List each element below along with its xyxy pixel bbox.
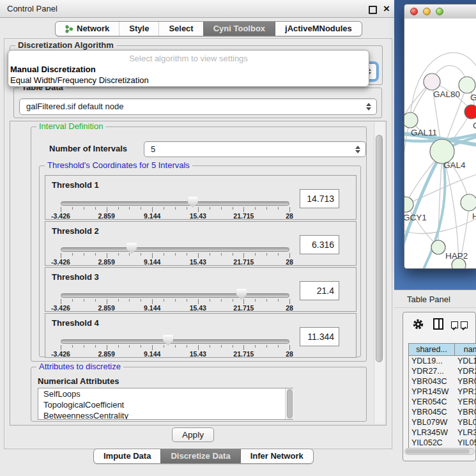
interval-definition-group: Interval Definition Number of Intervals … [31,127,367,362]
control-panel: Control Panel × NetworkStyleSelectCyni T… [0,0,395,476]
algorithm-option[interactable]: Equal Width/Frequency Discretization [8,75,369,86]
threshold-label: Threshold 4 [52,318,99,328]
table-data-select[interactable]: galFiltered.sif default node [19,98,377,115]
table-cell: YDR27... [409,366,455,376]
table-cell: YLR345W [409,427,455,438]
network-node-node-red[interactable] [464,105,476,119]
table-cell: YDL19... [409,356,455,366]
threshold-value-field[interactable]: 21.4 [300,281,339,300]
attribute-list-item[interactable]: TopologicalCoefficient [38,399,293,410]
network-node-GAL80[interactable] [424,73,440,90]
table-row[interactable]: YLR345WYLR345W [409,427,476,438]
attribute-list-item[interactable]: BetweennessCentrality [38,410,293,420]
gear-icon[interactable] [412,318,424,330]
slider-track[interactable] [61,247,289,252]
table-row[interactable]: YBR043CYBR043C [409,376,476,387]
table-row[interactable]: YDL19...YDL19 [409,356,476,366]
checkbox-icon[interactable] [461,321,468,328]
attribute-list-item[interactable]: SelfLoops [38,388,293,399]
number-of-intervals-select[interactable]: 5 [144,141,366,157]
tab-network[interactable]: Network [56,22,119,36]
top-tab-bar: NetworkStyleSelectCyni ToolboxjActiveMNo… [55,21,362,36]
network-node-label: GA [470,93,476,102]
table-header-cell[interactable]: name [455,343,476,356]
slider-track[interactable] [61,293,289,298]
table-row[interactable]: YBR045CYBR045C [409,407,476,417]
network-node-node-top-right[interactable] [459,77,475,93]
table-cell: YDR27 [455,366,476,376]
network-node-HAP2[interactable] [431,240,445,254]
threshold-value-field[interactable]: 14.713 [300,189,339,208]
tab-select[interactable]: Select [158,22,203,36]
table-cell: YER054C [455,397,476,407]
table-panel-title: Table Panel [407,295,450,304]
close-traffic-light-icon[interactable] [410,8,418,15]
threshold-value-field[interactable]: 11.344 [300,327,339,346]
table-row[interactable]: YER054CYER054C [409,397,476,407]
network-canvas[interactable]: GAL80GACGAL11GAL4GCY1HHAP2 [404,19,476,269]
slider-track[interactable] [61,201,289,206]
minimize-traffic-light-icon[interactable] [423,8,431,15]
algorithm-popup-options: Manual DiscretizationEqual Width/Frequen… [8,64,369,86]
algorithm-option[interactable]: Manual Discretization [8,64,369,75]
network-node-GAL11[interactable] [404,112,418,128]
table-cell: YBR043C [409,376,455,387]
attributes-list-scrollbar[interactable] [285,388,294,419]
threshold-label: Threshold 3 [52,272,99,282]
table-row[interactable]: YDR27...YDR27 [409,366,476,376]
table-cell: YBL079W [455,417,476,427]
close-icon[interactable]: × [383,0,390,17]
table-cell: YDL19 [455,356,476,366]
number-of-intervals-value: 5 [151,144,155,154]
table-cell: YPR145W [455,387,476,397]
zoom-traffic-light-icon[interactable] [436,8,443,15]
slider-thumb[interactable] [188,197,198,208]
table-row[interactable]: YIL052CYIL052C [409,438,476,448]
table-row[interactable]: YPR145WYPR145W [409,387,476,397]
tab-impute-data[interactable]: Impute Data [94,449,160,463]
slider-thumb[interactable] [127,243,137,254]
slider-thumb[interactable] [236,289,247,300]
numerical-attributes-list[interactable]: SelfLoopsTopologicalCoefficientBetweenne… [38,388,293,420]
network-node-label: GAL4 [443,160,466,170]
slider-thumb[interactable] [163,335,173,346]
threshold-label: Threshold 1 [52,180,99,190]
bottom-tab-bar: Impute DataDiscretize DataInfer Network [93,449,314,464]
slider-ticks [61,299,289,304]
threshold-panel: Threshold 4-3.4262.8599.14415.4321.71528… [45,313,357,358]
table-header-cell[interactable]: shared... [409,343,455,356]
tab-discretize-data[interactable]: Discretize Data [160,449,240,463]
apply-button[interactable]: Apply [172,427,214,442]
column-layout-icon[interactable] [433,318,443,330]
control-panel-titlebar: Control Panel × [0,0,394,18]
checkbox-icon[interactable] [451,321,458,328]
tab-cyni-toolbox[interactable]: Cyni Toolbox [203,22,275,36]
table-data-group: Table Data galFiltered.sif default node [13,88,382,118]
table-horizontal-scrollbar[interactable] [404,448,475,455]
slider-ticks [61,207,289,212]
tab-infer-network[interactable]: Infer Network [240,449,313,463]
network-node-node-right[interactable] [461,194,476,211]
slider-track[interactable] [61,339,289,344]
attributes-group: Attributes to discretize Numerical Attri… [31,367,367,422]
algorithm-dropdown-popup: Select algorithm to view settings Manual… [8,50,369,87]
tab-style[interactable]: Style [119,22,158,36]
table-cell: YBR043C [455,376,476,387]
network-node-label: GAL11 [411,128,437,137]
table-panel-window: shared...nameYDL19...YDL19YDR27...YDR27Y… [403,312,476,461]
table-cell: YER054C [409,397,455,407]
attributes-group-title: Attributes to discretize [36,362,123,371]
threshold-value-field[interactable]: 6.316 [300,235,339,254]
combo-arrows-icon [355,146,360,153]
slider-tick-labels: -3.4262.8599.14415.4321.71528 [61,304,289,311]
table-row[interactable]: YBL079WYBL079W [409,417,476,427]
tab-jactivemnodules[interactable]: jActiveMNodules [275,22,362,36]
network-edge[interactable] [404,119,410,203]
settings-vertical-scrollbar[interactable] [374,122,385,424]
float-window-icon[interactable] [369,6,377,14]
network-node-label: HAP2 [445,251,468,261]
thresholds-group: Threshold's Coordinates for 5 Intervals … [39,165,361,357]
table-panel-titlebar: Table Panel [394,289,476,308]
network-node-GCY1[interactable] [404,197,413,212]
combo-arrows-icon [366,103,371,111]
